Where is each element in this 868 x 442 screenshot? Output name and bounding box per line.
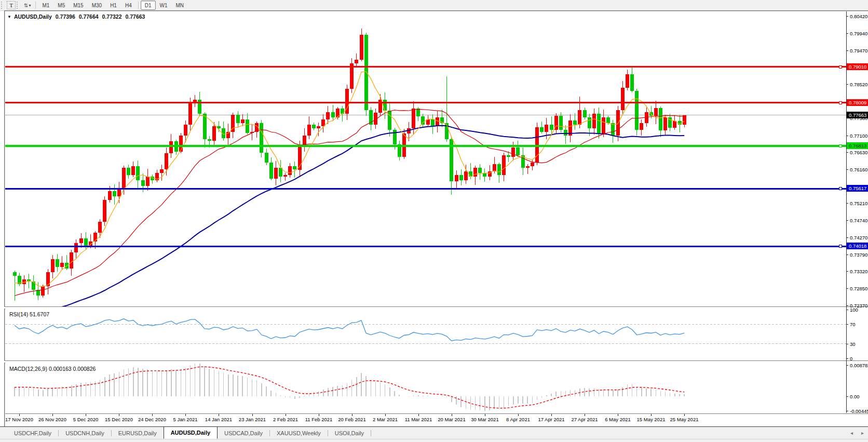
price-tick-label: 0.79470 [850, 48, 867, 53]
scale-tick [846, 288, 848, 289]
scale-tick [846, 16, 848, 17]
tab-scroll-right-icon[interactable]: ▸ [861, 430, 864, 436]
trading-terminal: T ⇅ ▾ M1M5M15M30H1H4D1W1MN ▼AUDUSD,Daily… [0, 0, 868, 442]
timeframe-button-h1[interactable]: H1 [106, 1, 121, 10]
collapse-triangle-icon[interactable]: ▼ [7, 15, 11, 19]
ma-5-line [15, 72, 684, 287]
date-tick [252, 414, 253, 416]
timeframe-button-m1[interactable]: M1 [38, 1, 53, 10]
symbol-tab-xauusd[interactable]: XAUUSD,Weekly [270, 427, 328, 439]
symbol-tab-usdcnh[interactable]: USDCNH,Daily [59, 427, 111, 439]
tab-scroll-left-icon[interactable]: ◂ [850, 430, 853, 436]
chevron-down-icon: ▾ [29, 3, 31, 8]
level-handle[interactable] [839, 144, 842, 148]
rsi-pane[interactable] [5, 308, 868, 360]
chart-title: ▼AUDUSD,Daily 0.77396 0.77664 0.77322 0.… [7, 14, 147, 20]
price-tick-label: 0.72850 [850, 286, 867, 291]
scale-tick [846, 220, 848, 221]
scale-tick [846, 324, 848, 325]
scale-tick [846, 152, 848, 153]
scale-tick [846, 50, 848, 51]
level-handle[interactable] [839, 187, 842, 190]
scale-tick [846, 136, 848, 136]
timeframe-button-m5[interactable]: M5 [53, 1, 69, 10]
ma-55-line [15, 126, 684, 306]
timeframe-button-w1[interactable]: W1 [156, 1, 172, 10]
date-label: 15 Dec 2020 [105, 417, 133, 422]
candlestick-chart-canvas[interactable] [5, 11, 847, 306]
timeframe-button-mn[interactable]: MN [172, 1, 188, 10]
scale-tick [846, 411, 848, 411]
symbol-tab-usdchf[interactable]: USDCHF,Daily [7, 427, 58, 439]
macd-canvas[interactable] [5, 363, 847, 413]
price-tick-label: 0.76160 [850, 167, 867, 172]
rsi-value: 51.6707 [30, 311, 49, 317]
date-label: 30 Mar 2021 [471, 417, 498, 422]
scale-tick [846, 310, 848, 310]
scale-tick [846, 365, 848, 366]
date-tick [418, 414, 419, 416]
timeframe-button-m15[interactable]: M15 [69, 1, 87, 10]
symbol-tab-usoil[interactable]: USOil,Daily [328, 427, 371, 439]
timeframe-button-m30[interactable]: M30 [88, 1, 106, 10]
date-label: 8 Apr 2021 [506, 417, 530, 422]
level-handle[interactable] [839, 245, 842, 248]
current-price-tag: 0.77663 [847, 112, 868, 118]
date-label: 20 Feb 2021 [338, 417, 365, 422]
toolbar-grip[interactable] [1, 2, 4, 9]
date-tick [286, 414, 286, 416]
high-value: 0.77664 [79, 14, 99, 20]
scale-tick [846, 169, 848, 170]
timeframe-button-d1[interactable]: D1 [141, 1, 156, 10]
date-label: 27 Apr 2021 [571, 417, 598, 422]
symbol-tab-usdcad[interactable]: USDCAD,Daily [218, 427, 269, 439]
date-axis[interactable]: 17 Nov 202026 Nov 20205 Dec 202015 Dec 2… [5, 413, 868, 425]
rsi-canvas[interactable] [5, 308, 847, 360]
level-price-tag: 0.78009 [847, 99, 868, 106]
rsi-tick-label: 30 [850, 341, 856, 347]
date-tick [651, 414, 652, 416]
date-tick [319, 414, 319, 416]
date-tick [86, 414, 86, 416]
level-handle[interactable] [839, 65, 842, 69]
rsi-line [15, 319, 684, 341]
price-pane[interactable] [5, 11, 868, 306]
scale-tick [846, 33, 848, 34]
level-price-tag: 0.76813 [847, 142, 868, 149]
date-tick [352, 414, 352, 416]
level-handle[interactable] [839, 101, 842, 104]
close-value: 0.77663 [125, 14, 145, 20]
chart-tabs: USDCHF,DailyUSDCNH,DailyEURUSD,DailyAUDU… [0, 427, 868, 439]
date-tick [119, 414, 119, 416]
symbol-tab-eurusd[interactable]: EURUSD,Daily [112, 427, 164, 439]
date-tick [684, 414, 685, 416]
level-lines [5, 67, 847, 246]
arrange-icon: ⇅ [24, 3, 28, 8]
date-label: 2 Feb 2021 [273, 417, 298, 422]
low-value: 0.77322 [102, 14, 122, 20]
timeframe-buttons: M1M5M15M30H1H4D1W1MN [38, 1, 188, 10]
date-label: 26 Nov 2020 [38, 417, 66, 422]
date-label: 17 Apr 2021 [538, 417, 564, 422]
symbol-tab-audusd[interactable]: AUDUSD,Daily [164, 426, 218, 439]
date-label: 11 Mar 2021 [405, 417, 432, 422]
arrange-windows-button[interactable]: ⇅ ▾ [21, 1, 33, 10]
text-tool-button[interactable]: T [7, 1, 16, 9]
rsi-label: RSI(14) 51.6707 [9, 311, 49, 317]
macd-pane[interactable] [5, 363, 868, 413]
rsi-tick-label: 70 [850, 322, 856, 327]
level-price-tag: 0.79010 [847, 63, 868, 70]
date-label: 20 Mar 2021 [438, 417, 465, 422]
macd-signal-line [15, 367, 684, 408]
scale-tick [846, 255, 848, 255]
scale-tick [846, 271, 848, 272]
timeframe-button-h4[interactable]: H4 [121, 1, 136, 10]
date-tick [185, 414, 186, 416]
toolbar-grip[interactable] [17, 2, 20, 9]
date-tick [452, 414, 452, 416]
scale-tick [846, 358, 848, 359]
scale-tick [846, 203, 848, 204]
scale-tick [846, 84, 848, 85]
scale-tick [846, 305, 848, 306]
macd-signal-value: 0.000826 [73, 366, 96, 372]
